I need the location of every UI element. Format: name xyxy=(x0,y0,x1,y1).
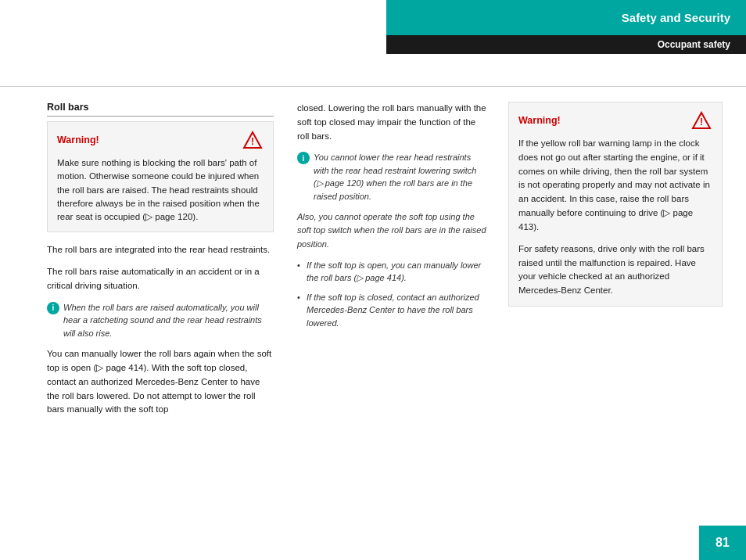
occupant-safety-label: Occupant safety xyxy=(658,39,730,50)
left-column: Roll bars Warning! ! Make sure nothing i… xyxy=(0,102,289,560)
roll-bars-title: Roll bars xyxy=(47,102,274,117)
svg-text:!: ! xyxy=(251,136,254,147)
middle-info-text1: You cannot lower the rear head restraint… xyxy=(314,151,488,203)
left-warning-header: Warning! ! xyxy=(57,130,264,150)
left-warning-box: Warning! ! Make sure nothing is blocking… xyxy=(47,121,274,232)
page-number: 81 xyxy=(699,526,746,560)
info-icon: i xyxy=(47,302,59,314)
middle-italic2: Also, you cannot operate the soft top us… xyxy=(297,210,488,250)
middle-column: closed. Lowering the roll bars manually … xyxy=(289,102,500,560)
right-warning-text: If the yellow roll bar warning lamp in t… xyxy=(518,137,712,298)
bullet-item-1: If the soft top is open, you can manuall… xyxy=(297,259,488,285)
left-warning-text: Make sure nothing is blocking the roll b… xyxy=(57,156,264,224)
safety-banner: Safety and Security xyxy=(386,0,746,35)
left-info-note: i When the roll bars are raised automati… xyxy=(47,301,274,340)
right-warning-para1: If the yellow roll bar warning lamp in t… xyxy=(518,137,712,235)
middle-info-note1: i You cannot lower the rear head restrai… xyxy=(297,151,488,203)
right-warning-header: Warning! ! xyxy=(518,110,712,131)
left-body1: The roll bars are integrated into the re… xyxy=(47,243,274,257)
right-column: Warning! ! If the yellow roll bar warnin… xyxy=(500,102,746,560)
left-body3: You can manually lower the roll bars aga… xyxy=(47,347,274,417)
header: Safety and Security Occupant safety xyxy=(386,0,746,54)
info-icon-mid1: i xyxy=(297,152,310,164)
right-warning-para2: For safety reasons, drive only with the … xyxy=(518,242,712,298)
bullet-list: If the soft top is open, you can manuall… xyxy=(297,259,488,330)
main-content: Roll bars Warning! ! Make sure nothing i… xyxy=(0,102,746,560)
right-warning-label: Warning! xyxy=(518,115,561,126)
bullet-item-2: If the soft top is closed, contact an au… xyxy=(297,291,488,330)
middle-body1: closed. Lowering the roll bars manually … xyxy=(297,102,488,143)
right-warning-icon: ! xyxy=(690,110,712,131)
left-body2: The roll bars raise automatically in an … xyxy=(47,265,274,293)
left-warning-icon: ! xyxy=(242,130,264,150)
page-number-text: 81 xyxy=(716,536,730,550)
safety-title: Safety and Security xyxy=(622,11,730,24)
left-warning-label: Warning! xyxy=(57,135,99,145)
header-divider xyxy=(0,86,746,87)
left-info-text: When the roll bars are raised automatica… xyxy=(63,301,274,340)
occupant-safety-bar: Occupant safety xyxy=(386,35,746,54)
right-warning-box: Warning! ! If the yellow roll bar warnin… xyxy=(508,102,723,307)
svg-text:!: ! xyxy=(700,117,703,127)
